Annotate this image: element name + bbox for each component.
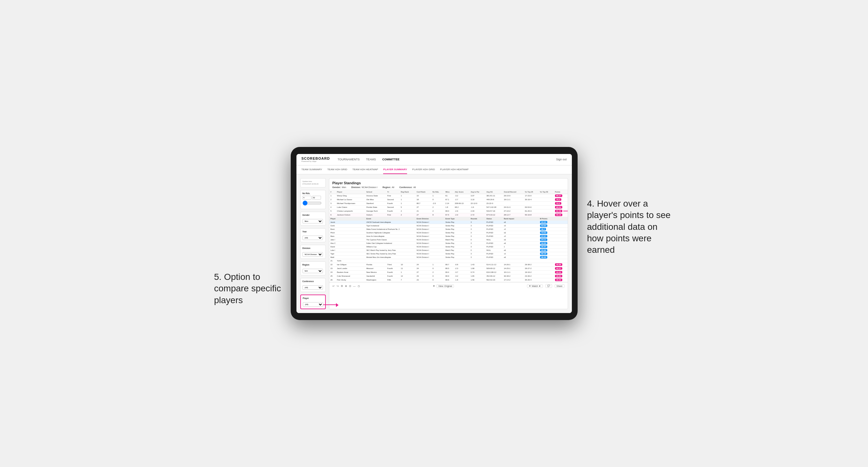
table-row: 5 Christo Lamprecht Georgia Tech Fourth … xyxy=(329,209,568,213)
cell-reg-rank: 1 xyxy=(399,201,415,205)
region-label: Region xyxy=(303,263,323,266)
cell-points[interactable]: 70.2 xyxy=(554,201,568,205)
tab-player-summary[interactable]: PLAYER SUMMARY xyxy=(383,165,407,174)
share-button[interactable]: Share xyxy=(555,284,564,288)
no-rds-slider[interactable] xyxy=(303,200,322,206)
cell-overall xyxy=(502,201,523,205)
table-title: Player Standings xyxy=(333,181,564,185)
grid-icon[interactable]: ⊡ xyxy=(349,285,351,287)
cell-num: 2 xyxy=(329,198,336,201)
cell-avg-sg: 381-81-11 xyxy=(485,194,502,198)
player-label: Player xyxy=(303,297,323,299)
cell-overall: 19-11-1 xyxy=(502,198,523,201)
cell-school: Auburn xyxy=(365,213,386,217)
col-wins: Wins xyxy=(444,190,454,194)
tab-player-h2h-heatmap[interactable]: PLAYER H2H HEATMAP xyxy=(440,165,469,174)
region-select[interactable]: N/A xyxy=(303,269,323,273)
cell-wins: 61 xyxy=(444,194,454,198)
no-rds-control xyxy=(303,196,323,199)
no-rds-from-input[interactable] xyxy=(303,196,311,199)
no-rds-to-input[interactable] xyxy=(312,196,321,199)
sidebar: Update time: 27/01/2024 16:56:26 No Rds. xyxy=(300,178,326,309)
undo-icon[interactable]: ↩ xyxy=(333,285,335,287)
cell-avg-sg: 674-33-12 xyxy=(485,213,502,217)
nav-committee[interactable]: COMMITTEE xyxy=(382,157,399,162)
tab-team-h2h-grid[interactable]: TEAM H2H GRID xyxy=(328,165,347,174)
cell-conf-rank: 88.7 xyxy=(415,201,431,205)
conference-section: Conference (All) xyxy=(300,278,326,292)
gender-label: Gender xyxy=(303,214,323,216)
cell-vs25: 35-16-4 xyxy=(524,198,539,201)
cell-points[interactable]: 88.27 xyxy=(554,194,568,198)
settings-icon[interactable]: ⚙ xyxy=(341,285,343,287)
expanded-detail-row: Phich Southern Highlands Collegiate NCAA… xyxy=(329,231,568,234)
cell-points[interactable]: 60.49 xyxy=(554,209,568,213)
player-section: Player (All) xyxy=(300,294,326,309)
cell-num: 5 xyxy=(329,209,336,213)
cell-points[interactable]: 58.18 xyxy=(554,213,568,217)
redo-icon[interactable]: ↪ xyxy=(337,285,339,287)
cell-avg-par: 2.72 xyxy=(469,213,485,217)
cell-yr: Second xyxy=(386,198,399,201)
view-original-button[interactable]: View: Original xyxy=(436,284,454,288)
player-select[interactable]: (All) xyxy=(303,302,323,307)
cell-avg-par: -1.6 xyxy=(469,205,485,209)
comment-button[interactable]: 💬 xyxy=(546,284,552,288)
table-row: 4 Luke Claton Florida State Second 5 27 … xyxy=(329,205,568,209)
col-overall: Overall Record xyxy=(502,190,523,194)
conference-label: Conference xyxy=(303,280,323,282)
filter-conference: Conference: All xyxy=(399,186,416,188)
cell-school: Stanford xyxy=(365,201,386,205)
tab-team-summary[interactable]: TEAM SUMMARY xyxy=(302,165,322,174)
division-select[interactable]: NCAA Division I xyxy=(303,252,323,257)
cell-points[interactable]: 68.54 xyxy=(554,205,568,209)
nav-teams[interactable]: TEAMS xyxy=(366,157,376,162)
cell-points[interactable]: 76.3 xyxy=(554,198,568,201)
cell-overall: 28-12-7 xyxy=(502,213,523,217)
cell-player: Christo Lamprecht xyxy=(336,209,365,213)
expanded-detail-row: Gonb Tiger Invitational NCAA Division I … xyxy=(329,224,568,227)
table-row: 23 Jack Lundin Missouri Fourth 11 24 0 8… xyxy=(329,267,568,270)
cell-conf-rank: 18 xyxy=(415,198,431,201)
cell-vs50 xyxy=(539,205,554,209)
sub-nav: TEAM SUMMARY TEAM H2H GRID TEAM H2H HEAT… xyxy=(297,165,572,175)
gender-select[interactable]: Men Women xyxy=(303,219,323,223)
cell-wins: 67.5 xyxy=(444,213,454,217)
nav-tournaments[interactable]: TOURNAMENTS xyxy=(338,157,360,162)
cell-num: 3 xyxy=(329,201,336,205)
cell-vs25: 50-16-8 xyxy=(524,213,539,217)
watch-button[interactable]: 👁 Watch ▼ xyxy=(527,284,542,288)
sign-out-link[interactable]: Sign out xyxy=(556,158,566,161)
cell-adj-score: -2.0 xyxy=(454,213,469,217)
division-section: Division NCAA Division I xyxy=(300,245,326,259)
table-row: 26 Petr Hruby Washington Fifth 7 23 0 68… xyxy=(329,278,568,282)
gender-section: Gender Men Women xyxy=(300,212,326,226)
cell-avg-par: 3.10 xyxy=(469,198,485,201)
expanded-detail-row: Mattl Mirobel Maui Jim Intercollegiate N… xyxy=(329,255,568,259)
annotation-4: 4. Hover over a player's points to see a… xyxy=(587,198,676,256)
add-icon[interactable]: ⊕ xyxy=(345,285,347,287)
logo-text: SCOREBOARD xyxy=(302,157,330,160)
cell-school: Georgia Tech xyxy=(365,209,386,213)
division-label: Division xyxy=(303,247,323,249)
year-select[interactable]: (All) xyxy=(303,236,323,240)
conference-select[interactable]: (All) xyxy=(303,285,323,290)
cell-conf-rank: 27 xyxy=(415,213,431,217)
cell-vs25: 61-20-3 xyxy=(524,209,539,213)
main-content: Update time: 27/01/2024 16:56:26 No Rds. xyxy=(297,175,572,313)
logo-area: SCOREBOARD Powered by clippi xyxy=(302,157,330,162)
cell-vs25: 63-54-6 xyxy=(524,205,539,209)
cell-player: Jackson Kolson xyxy=(336,213,365,217)
cell-school: Ole Miss xyxy=(365,198,386,201)
dash-icon[interactable]: — xyxy=(353,285,356,287)
expanded-detail-row: Luke I SEC Match Play hosted by Jerry Pa… xyxy=(329,248,568,252)
cell-wins: 67.1 xyxy=(444,198,454,201)
tab-player-h2h-grid[interactable]: PLAYER H2H GRID xyxy=(412,165,435,174)
tab-team-h2h-heatmap[interactable]: TEAM H2H HEATMAP xyxy=(352,165,378,174)
clock-icon[interactable]: ◷ xyxy=(358,285,360,287)
expanded-header-row: Player Event Event Division Event Type R… xyxy=(329,217,568,220)
col-adj-score: Adj. Score xyxy=(454,190,469,194)
table-row: 1 Wenyi Ding Arizona State First 1 15 1 … xyxy=(329,194,568,198)
col-vs50: Vs Top 50 xyxy=(539,190,554,194)
col-yr: Yr xyxy=(386,190,399,194)
